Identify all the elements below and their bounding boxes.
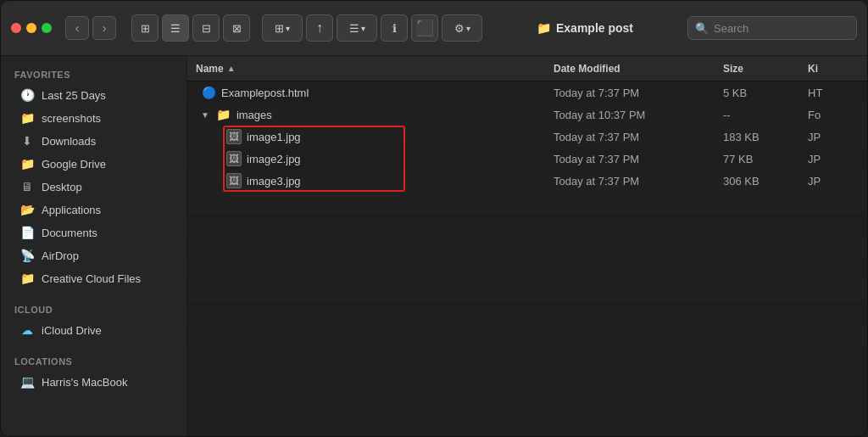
icloud-icon: ☁: [19, 323, 35, 337]
folder-icon: 📁: [216, 108, 231, 121]
sidebar-item-airdrop[interactable]: 📡 AirDrop: [6, 244, 181, 266]
sidebar-item-label: Documents: [42, 227, 97, 239]
file-date: Today at 7:37 PM: [554, 87, 723, 99]
back-button[interactable]: ‹: [65, 16, 89, 40]
file-kind: JP: [808, 153, 859, 165]
sidebar-item-label: iCloud Drive: [42, 324, 102, 337]
sidebar-item-icloud-drive[interactable]: ☁ iCloud Drive: [6, 319, 181, 341]
file-pane: Name ▲ Date Modified Size Ki 🔵 Examplepo…: [187, 56, 867, 437]
search-icon: 🔍: [695, 22, 709, 35]
sidebar-item-label: screenshots: [42, 112, 101, 125]
file-size: --: [723, 109, 808, 121]
icloud-header: iCloud: [1, 298, 186, 318]
column-view-button[interactable]: ⊟: [192, 14, 220, 42]
empty-row: [187, 280, 867, 302]
file-row[interactable]: 🖼 image3.jpg Today at 7:37 PM 306 KB JP: [187, 170, 867, 192]
toggle-button[interactable]: ⬛: [411, 14, 438, 42]
sidebar-item-label: Last 25 Days: [42, 89, 106, 102]
favorites-header: Favorites: [1, 63, 186, 83]
minimize-button[interactable]: [26, 23, 36, 33]
folder-icon-title: 📁: [537, 21, 551, 35]
empty-row: [187, 192, 867, 214]
sort-arrow-icon: ▲: [227, 64, 236, 73]
sidebar-item-screenshots[interactable]: 📁 screenshots: [6, 107, 181, 129]
file-row[interactable]: 🖼 image2.jpg Today at 7:37 PM 77 KB JP: [187, 148, 867, 170]
nav-buttons: ‹ ›: [65, 16, 116, 40]
creative-cloud-icon: 📁: [19, 272, 35, 285]
file-kind: Fo: [808, 109, 859, 121]
sidebar-item-desktop[interactable]: 🖥 Desktop: [6, 176, 181, 198]
file-kind: JP: [808, 175, 859, 188]
group-view-button[interactable]: ⊞▾: [262, 14, 303, 42]
file-name: image2.jpg: [247, 153, 301, 165]
sidebar-item-label: Downloads: [42, 135, 96, 148]
documents-icon: 📄: [19, 226, 35, 239]
sidebar-item-macbook[interactable]: 💻 Harris's MacBook: [6, 371, 181, 393]
image-file-icon: 🖼: [226, 173, 242, 188]
folder-icon: 📁: [19, 111, 35, 125]
file-size: 183 KB: [723, 131, 808, 143]
desktop-icon: 🖥: [19, 180, 35, 193]
disclosure-icon[interactable]: ▼: [201, 110, 209, 120]
file-row[interactable]: 🔵 Examplepost.html Today at 7:37 PM 5 KB…: [187, 81, 867, 104]
empty-row: [187, 214, 867, 236]
folder-icon: 📁: [19, 157, 35, 171]
toolbar: ⊞ ☰ ⊟ ⊠ ⊞▾ ↑ ☰▾ ℹ ⬛ ⚙▾: [131, 14, 482, 42]
file-row[interactable]: ▼ 📁 images Today at 10:37 PM -- Fo: [187, 104, 867, 126]
list-view-button[interactable]: ☰: [162, 14, 189, 42]
traffic-lights: [11, 23, 52, 33]
sidebar-item-downloads[interactable]: ⬇ Downloads: [6, 130, 181, 152]
file-date: Today at 7:37 PM: [554, 175, 723, 188]
clock-icon: 🕐: [19, 88, 35, 102]
image-file-icon: 🖼: [226, 129, 242, 144]
view-icon-button[interactable]: ⊞: [131, 14, 159, 42]
info-button[interactable]: ℹ: [381, 14, 408, 42]
sidebar-item-label: Harris's MacBook: [42, 376, 127, 389]
file-kind: JP: [808, 131, 859, 143]
search-input[interactable]: [714, 22, 849, 35]
sidebar: Favorites 🕐 Last 25 Days 📁 screenshots ⬇…: [1, 56, 187, 437]
share-button[interactable]: ↑: [306, 14, 333, 42]
main-area: Favorites 🕐 Last 25 Days 📁 screenshots ⬇…: [1, 56, 867, 437]
file-date: Today at 7:37 PM: [554, 153, 723, 165]
search-box[interactable]: 🔍: [687, 16, 857, 40]
locations-header: Locations: [1, 350, 186, 370]
apps-icon: 📂: [19, 203, 35, 216]
window-title: 📁 Example post: [491, 21, 679, 35]
sidebar-item-last25[interactable]: 🕐 Last 25 Days: [6, 84, 181, 106]
download-icon: ⬇: [19, 134, 35, 148]
empty-row: [187, 302, 867, 324]
column-kind[interactable]: Ki: [808, 63, 859, 75]
file-name: image3.jpg: [247, 175, 301, 188]
maximize-button[interactable]: [42, 23, 52, 33]
airdrop-icon: 📡: [19, 249, 35, 262]
image-file-icon: 🖼: [226, 151, 242, 166]
sidebar-item-label: Applications: [42, 204, 101, 216]
file-row[interactable]: 🖼 image1.jpg Today at 7:37 PM 183 KB JP: [187, 126, 867, 148]
sidebar-item-label: AirDrop: [42, 249, 79, 262]
sort-button[interactable]: ☰▾: [337, 14, 377, 42]
sidebar-item-label: Google Drive: [42, 158, 106, 171]
file-size: 5 KB: [723, 87, 808, 99]
close-button[interactable]: [11, 23, 21, 33]
file-name: images: [236, 109, 272, 121]
sidebar-item-applications[interactable]: 📂 Applications: [6, 199, 181, 221]
column-name[interactable]: Name ▲: [196, 63, 554, 75]
column-date[interactable]: Date Modified: [554, 63, 723, 75]
settings-button[interactable]: ⚙▾: [442, 14, 482, 42]
sidebar-item-documents[interactable]: 📄 Documents: [6, 221, 181, 244]
file-date: Today at 10:37 PM: [554, 109, 723, 121]
file-date: Today at 7:37 PM: [554, 131, 723, 143]
gallery-view-button[interactable]: ⊠: [223, 14, 250, 42]
empty-row: [187, 258, 867, 280]
file-header: Name ▲ Date Modified Size Ki: [187, 56, 867, 81]
forward-button[interactable]: ›: [92, 16, 116, 40]
sidebar-item-google-drive[interactable]: 📁 Google Drive: [6, 153, 181, 175]
sidebar-item-creative-cloud[interactable]: 📁 Creative Cloud Files: [6, 267, 181, 289]
file-kind: HT: [808, 87, 859, 99]
file-list: 🔵 Examplepost.html Today at 7:37 PM 5 KB…: [187, 81, 867, 437]
file-size: 77 KB: [723, 153, 808, 165]
html-file-icon: 🔵: [201, 86, 216, 99]
column-size[interactable]: Size: [723, 63, 808, 75]
file-name: Examplepost.html: [221, 87, 309, 99]
